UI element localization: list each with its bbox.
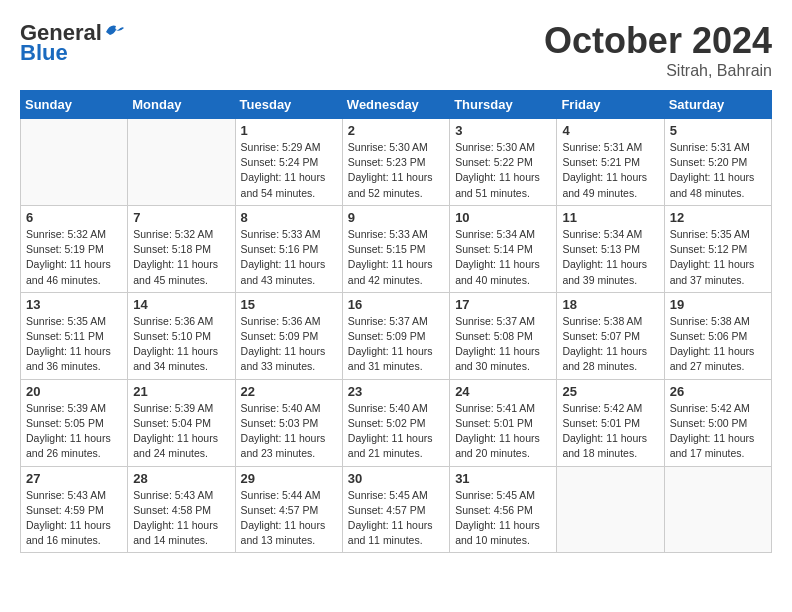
day-number: 3: [455, 123, 551, 138]
sunrise-text: Sunrise: 5:42 AM: [562, 401, 658, 416]
day-number: 10: [455, 210, 551, 225]
calendar-cell-w2-d6: 19Sunrise: 5:38 AMSunset: 5:06 PMDayligh…: [664, 292, 771, 379]
day-number: 6: [26, 210, 122, 225]
day-info: Sunrise: 5:35 AMSunset: 5:12 PMDaylight:…: [670, 227, 766, 288]
daylight-text: Daylight: 11 hours and 27 minutes.: [670, 344, 766, 374]
sunrise-text: Sunrise: 5:34 AM: [562, 227, 658, 242]
day-number: 28: [133, 471, 229, 486]
month-title: October 2024: [544, 20, 772, 62]
day-info: Sunrise: 5:41 AMSunset: 5:01 PMDaylight:…: [455, 401, 551, 462]
calendar-cell-w0-d0: [21, 119, 128, 206]
sunset-text: Sunset: 5:12 PM: [670, 242, 766, 257]
sunset-text: Sunset: 4:58 PM: [133, 503, 229, 518]
sunset-text: Sunset: 5:11 PM: [26, 329, 122, 344]
calendar-cell-w3-d2: 22Sunrise: 5:40 AMSunset: 5:03 PMDayligh…: [235, 379, 342, 466]
day-number: 2: [348, 123, 444, 138]
sunset-text: Sunset: 5:24 PM: [241, 155, 337, 170]
daylight-text: Daylight: 11 hours and 13 minutes.: [241, 518, 337, 548]
sunrise-text: Sunrise: 5:43 AM: [26, 488, 122, 503]
day-number: 21: [133, 384, 229, 399]
calendar-cell-w4-d6: [664, 466, 771, 553]
daylight-text: Daylight: 11 hours and 14 minutes.: [133, 518, 229, 548]
sunset-text: Sunset: 4:57 PM: [348, 503, 444, 518]
sunrise-text: Sunrise: 5:34 AM: [455, 227, 551, 242]
sunrise-text: Sunrise: 5:29 AM: [241, 140, 337, 155]
sunset-text: Sunset: 5:01 PM: [562, 416, 658, 431]
daylight-text: Daylight: 11 hours and 10 minutes.: [455, 518, 551, 548]
calendar-cell-w0-d3: 2Sunrise: 5:30 AMSunset: 5:23 PMDaylight…: [342, 119, 449, 206]
calendar-cell-w4-d1: 28Sunrise: 5:43 AMSunset: 4:58 PMDayligh…: [128, 466, 235, 553]
calendar-cell-w1-d6: 12Sunrise: 5:35 AMSunset: 5:12 PMDayligh…: [664, 205, 771, 292]
daylight-text: Daylight: 11 hours and 48 minutes.: [670, 170, 766, 200]
calendar-cell-w1-d1: 7Sunrise: 5:32 AMSunset: 5:18 PMDaylight…: [128, 205, 235, 292]
daylight-text: Daylight: 11 hours and 24 minutes.: [133, 431, 229, 461]
day-number: 14: [133, 297, 229, 312]
sunrise-text: Sunrise: 5:35 AM: [670, 227, 766, 242]
calendar-cell-w1-d2: 8Sunrise: 5:33 AMSunset: 5:16 PMDaylight…: [235, 205, 342, 292]
day-number: 13: [26, 297, 122, 312]
day-number: 5: [670, 123, 766, 138]
calendar-cell-w2-d2: 15Sunrise: 5:36 AMSunset: 5:09 PMDayligh…: [235, 292, 342, 379]
sunrise-text: Sunrise: 5:40 AM: [241, 401, 337, 416]
daylight-text: Daylight: 11 hours and 33 minutes.: [241, 344, 337, 374]
day-info: Sunrise: 5:34 AMSunset: 5:14 PMDaylight:…: [455, 227, 551, 288]
logo: General Blue: [20, 20, 126, 66]
day-number: 20: [26, 384, 122, 399]
daylight-text: Daylight: 11 hours and 49 minutes.: [562, 170, 658, 200]
sunset-text: Sunset: 4:56 PM: [455, 503, 551, 518]
sunrise-text: Sunrise: 5:38 AM: [562, 314, 658, 329]
sunset-text: Sunset: 5:01 PM: [455, 416, 551, 431]
daylight-text: Daylight: 11 hours and 43 minutes.: [241, 257, 337, 287]
day-number: 24: [455, 384, 551, 399]
day-number: 15: [241, 297, 337, 312]
day-info: Sunrise: 5:34 AMSunset: 5:13 PMDaylight:…: [562, 227, 658, 288]
sunset-text: Sunset: 5:13 PM: [562, 242, 658, 257]
daylight-text: Daylight: 11 hours and 30 minutes.: [455, 344, 551, 374]
day-number: 19: [670, 297, 766, 312]
sunrise-text: Sunrise: 5:38 AM: [670, 314, 766, 329]
sunrise-text: Sunrise: 5:31 AM: [562, 140, 658, 155]
day-info: Sunrise: 5:38 AMSunset: 5:06 PMDaylight:…: [670, 314, 766, 375]
day-info: Sunrise: 5:37 AMSunset: 5:08 PMDaylight:…: [455, 314, 551, 375]
sunset-text: Sunset: 5:05 PM: [26, 416, 122, 431]
sunset-text: Sunset: 5:04 PM: [133, 416, 229, 431]
sunrise-text: Sunrise: 5:30 AM: [455, 140, 551, 155]
day-info: Sunrise: 5:37 AMSunset: 5:09 PMDaylight:…: [348, 314, 444, 375]
header-sunday: Sunday: [21, 91, 128, 119]
sunrise-text: Sunrise: 5:39 AM: [133, 401, 229, 416]
day-info: Sunrise: 5:43 AMSunset: 4:58 PMDaylight:…: [133, 488, 229, 549]
sunrise-text: Sunrise: 5:37 AM: [348, 314, 444, 329]
day-info: Sunrise: 5:40 AMSunset: 5:03 PMDaylight:…: [241, 401, 337, 462]
calendar-cell-w1-d4: 10Sunrise: 5:34 AMSunset: 5:14 PMDayligh…: [450, 205, 557, 292]
sunset-text: Sunset: 5:07 PM: [562, 329, 658, 344]
day-number: 11: [562, 210, 658, 225]
day-info: Sunrise: 5:33 AMSunset: 5:16 PMDaylight:…: [241, 227, 337, 288]
calendar-cell-w0-d4: 3Sunrise: 5:30 AMSunset: 5:22 PMDaylight…: [450, 119, 557, 206]
calendar-cell-w3-d3: 23Sunrise: 5:40 AMSunset: 5:02 PMDayligh…: [342, 379, 449, 466]
daylight-text: Daylight: 11 hours and 34 minutes.: [133, 344, 229, 374]
calendar-week-3: 20Sunrise: 5:39 AMSunset: 5:05 PMDayligh…: [21, 379, 772, 466]
calendar-cell-w0-d5: 4Sunrise: 5:31 AMSunset: 5:21 PMDaylight…: [557, 119, 664, 206]
sunrise-text: Sunrise: 5:37 AM: [455, 314, 551, 329]
sunset-text: Sunset: 5:09 PM: [348, 329, 444, 344]
day-number: 29: [241, 471, 337, 486]
sunrise-text: Sunrise: 5:32 AM: [133, 227, 229, 242]
calendar-cell-w1-d3: 9Sunrise: 5:33 AMSunset: 5:15 PMDaylight…: [342, 205, 449, 292]
day-info: Sunrise: 5:43 AMSunset: 4:59 PMDaylight:…: [26, 488, 122, 549]
day-number: 9: [348, 210, 444, 225]
daylight-text: Daylight: 11 hours and 23 minutes.: [241, 431, 337, 461]
calendar-week-1: 6Sunrise: 5:32 AMSunset: 5:19 PMDaylight…: [21, 205, 772, 292]
sunset-text: Sunset: 4:57 PM: [241, 503, 337, 518]
daylight-text: Daylight: 11 hours and 21 minutes.: [348, 431, 444, 461]
sunrise-text: Sunrise: 5:36 AM: [133, 314, 229, 329]
daylight-text: Daylight: 11 hours and 36 minutes.: [26, 344, 122, 374]
day-info: Sunrise: 5:31 AMSunset: 5:21 PMDaylight:…: [562, 140, 658, 201]
sunrise-text: Sunrise: 5:43 AM: [133, 488, 229, 503]
calendar-cell-w3-d4: 24Sunrise: 5:41 AMSunset: 5:01 PMDayligh…: [450, 379, 557, 466]
sunrise-text: Sunrise: 5:45 AM: [455, 488, 551, 503]
calendar-cell-w0-d1: [128, 119, 235, 206]
sunset-text: Sunset: 5:18 PM: [133, 242, 229, 257]
calendar-cell-w4-d2: 29Sunrise: 5:44 AMSunset: 4:57 PMDayligh…: [235, 466, 342, 553]
daylight-text: Daylight: 11 hours and 54 minutes.: [241, 170, 337, 200]
calendar-cell-w1-d0: 6Sunrise: 5:32 AMSunset: 5:19 PMDaylight…: [21, 205, 128, 292]
